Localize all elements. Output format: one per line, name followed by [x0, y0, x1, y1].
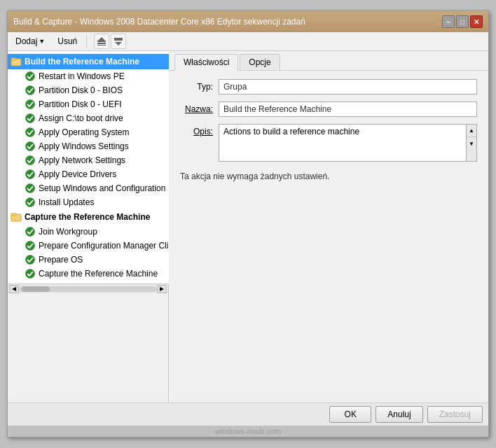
tree-item-join-workgroup[interactable]: Join Workgroup: [8, 225, 169, 239]
tree-item-label: Capture the Reference Machine: [39, 267, 158, 280]
svg-rect-7: [114, 38, 123, 39]
tree-item-label: Apply Network Settings: [39, 154, 125, 167]
tree-item-apply-drivers[interactable]: Apply Device Drivers: [8, 167, 169, 181]
type-row: Typ:: [180, 79, 477, 94]
desc-scroll-down[interactable]: ▼: [467, 137, 476, 150]
name-input[interactable]: [219, 102, 477, 117]
title-bar: Build & Capture - Windows 2008 Datacente…: [8, 11, 488, 32]
svg-point-18: [26, 184, 35, 193]
tree-item-restart[interactable]: Restart in Windows PE: [8, 69, 169, 83]
tree-group-2[interactable]: Capture the Reference Machine: [8, 209, 169, 225]
group2-label: Capture the Reference Machine: [25, 211, 150, 223]
svg-point-19: [26, 198, 35, 207]
toolbar-icon-1[interactable]: [94, 34, 109, 49]
tree-item-capture[interactable]: Capture the Reference Machine: [8, 267, 169, 281]
svg-rect-5: [114, 39, 123, 41]
svg-point-15: [26, 142, 35, 151]
toolbar-icons: [94, 34, 126, 49]
menu-add[interactable]: Dodaj ▼: [11, 34, 50, 48]
menu-delete[interactable]: Usuń: [53, 34, 82, 48]
tab-options[interactable]: Opcje: [240, 54, 280, 70]
check-icon: [25, 71, 36, 82]
menu-separator: [86, 34, 87, 48]
svg-point-22: [26, 227, 35, 237]
watermark-text: windows-noob.com: [215, 427, 281, 435]
check-icon: [25, 240, 36, 251]
tree-group-1[interactable]: Build the Reference Machine: [8, 54, 169, 69]
tree-item-partition-bios[interactable]: Partition Disk 0 - BIOS: [8, 83, 169, 97]
info-text: Ta akcja nie wymaga żadnych ustawień.: [180, 169, 477, 184]
check-icon: [25, 141, 36, 152]
menu-add-label: Dodaj: [15, 36, 37, 46]
menu-bar: Dodaj ▼ Usuń: [8, 32, 488, 51]
tree-item-label: Prepare Configuration Manager Cli: [39, 239, 168, 252]
move-up-icon: [97, 36, 106, 46]
horizontal-scrollbar[interactable]: ◀ ▶: [8, 284, 168, 293]
tree-item-label: Partition Disk 0 - BIOS: [39, 84, 123, 97]
tree-item-label: Apply Windows Settings: [39, 140, 129, 153]
tree-item-label: Restart in Windows PE: [39, 70, 125, 83]
minimize-button[interactable]: –: [442, 15, 455, 28]
ok-button[interactable]: OK: [329, 406, 371, 423]
check-icon: [25, 226, 36, 237]
svg-point-16: [26, 156, 35, 165]
bottom-bar: OK Anuluj Zastosuj: [8, 402, 488, 426]
svg-rect-3: [97, 45, 106, 46]
type-label: Typ:: [180, 79, 219, 92]
tree-item-install-updates[interactable]: Install Updates: [8, 195, 169, 209]
type-input[interactable]: [219, 79, 477, 94]
left-panel: Build the Reference Machine Restart in W…: [8, 51, 169, 284]
scroll-right-btn[interactable]: ▶: [157, 285, 167, 293]
svg-marker-6: [115, 42, 122, 46]
check-icon: [25, 197, 36, 208]
check-icon: [25, 127, 36, 138]
check-icon: [25, 85, 36, 96]
left-panel-wrapper: Build the Reference Machine Restart in W…: [8, 51, 169, 402]
tree-item-label: Install Updates: [39, 196, 94, 209]
desc-row: Opis: Actions to build a reference machi…: [180, 124, 477, 162]
svg-rect-9: [11, 58, 16, 60]
watermark: windows-noob.com: [8, 426, 488, 437]
desc-scroll-up[interactable]: ▲: [467, 125, 476, 137]
svg-point-10: [26, 72, 35, 81]
tree-item-label: Apply Operating System: [39, 126, 129, 139]
svg-point-11: [26, 86, 35, 95]
tab-properties[interactable]: Właściwości: [174, 54, 238, 71]
group2-icon: [11, 211, 22, 223]
cancel-button[interactable]: Anuluj: [376, 406, 422, 423]
group1-icon: [11, 56, 22, 67]
tree-item-prepare-cm[interactable]: Prepare Configuration Manager Cli: [8, 239, 169, 253]
desc-textarea[interactable]: Actions to build a reference machine: [219, 124, 467, 162]
tree-item-assign[interactable]: Assign C:\to boot drive: [8, 111, 169, 125]
scrollbar-track: [19, 286, 157, 292]
tree-item-apply-os[interactable]: Apply Operating System: [8, 125, 169, 139]
toolbar-icon-2[interactable]: [111, 34, 126, 49]
tree-item-setup-win[interactable]: Setup Windows and Configuration: [8, 181, 169, 195]
tree-item-label: Prepare OS: [39, 253, 83, 266]
menu-add-arrow: ▼: [39, 38, 45, 45]
check-icon: [25, 99, 36, 110]
apply-button[interactable]: Zastosuj: [427, 406, 483, 423]
svg-point-23: [26, 241, 35, 251]
tree-item-prepare-os[interactable]: Prepare OS: [8, 253, 169, 267]
tree-item-apply-net[interactable]: Apply Network Settings: [8, 153, 169, 167]
svg-point-12: [26, 100, 35, 109]
check-icon: [25, 155, 36, 166]
check-icon: [25, 268, 36, 279]
tree-item-partition-uefi[interactable]: Partition Disk 0 - UEFI: [8, 97, 169, 111]
scrollbar-thumb[interactable]: [22, 286, 50, 292]
svg-point-25: [26, 270, 35, 279]
tree-item-apply-win[interactable]: Apply Windows Settings: [8, 139, 169, 153]
desc-textarea-wrapper: Actions to build a reference machine ▲ ▼: [219, 124, 477, 162]
scroll-left-btn[interactable]: ◀: [9, 285, 19, 293]
tree-item-label: Setup Windows and Configuration: [39, 182, 165, 195]
close-button[interactable]: ✕: [470, 15, 483, 28]
svg-point-17: [26, 170, 35, 179]
main-window: Build & Capture - Windows 2008 Datacente…: [7, 10, 489, 438]
maximize-button[interactable]: □: [456, 15, 469, 28]
svg-point-13: [26, 114, 35, 123]
properties-panel: Typ: Nazwa: Opis: Actions to build a ref…: [169, 71, 488, 402]
check-icon: [25, 183, 36, 194]
window-title: Build & Capture - Windows 2008 Datacente…: [13, 17, 442, 27]
group1-label: Build the Reference Machine: [25, 55, 139, 68]
